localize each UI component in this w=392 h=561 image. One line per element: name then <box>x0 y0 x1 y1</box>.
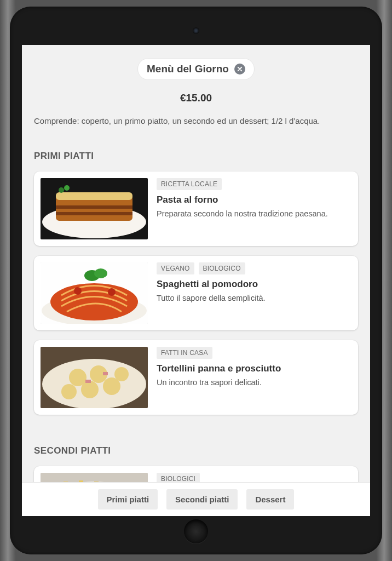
header-chip-row: Menù del Giorno <box>34 58 358 80</box>
tags-row: FATTI IN CASA <box>157 347 349 359</box>
dish-card[interactable]: FATTI IN CASA Tortellini panna e prosciu… <box>34 340 358 415</box>
dish-title: Spaghetti al pomodoro <box>157 279 349 290</box>
nav-primi[interactable]: Primi piatti <box>98 489 158 510</box>
svg-point-21 <box>61 384 77 399</box>
svg-point-13 <box>74 287 82 295</box>
dish-image <box>41 178 148 239</box>
dish-card[interactable]: VEGANO BIOLOGICO Spaghetti al pomodoro T… <box>34 256 358 330</box>
tags-row: RICETTA LOCALE <box>157 178 349 190</box>
scroll-content[interactable]: Menù del Giorno €15.00 Comprende: copert… <box>22 45 370 516</box>
svg-rect-4 <box>56 205 132 209</box>
dish-tag: RICETTA LOCALE <box>157 178 222 190</box>
dish-body: VEGANO BIOLOGICO Spaghetti al pomodoro T… <box>157 262 349 324</box>
section-title-secondi: SECONDI PIATTI <box>34 445 358 456</box>
svg-rect-3 <box>56 192 132 200</box>
dish-card[interactable]: RICETTA LOCALE Pasta al forno Preparata … <box>34 171 358 246</box>
bottom-nav: Primi piatti Secondi piatti Dessert <box>22 482 370 516</box>
svg-point-19 <box>81 381 99 398</box>
svg-point-6 <box>59 187 64 193</box>
svg-rect-5 <box>56 212 132 215</box>
dish-body: RICETTA LOCALE Pasta al forno Preparata … <box>157 178 349 239</box>
svg-point-7 <box>64 185 70 191</box>
svg-point-22 <box>114 367 129 381</box>
nav-secondi[interactable]: Secondi piatti <box>166 489 238 510</box>
dish-desc: Un incontro tra sapori delicati. <box>157 377 349 388</box>
dish-tag: BIOLOGICO <box>199 262 245 274</box>
close-icon[interactable] <box>234 64 245 75</box>
dish-image <box>41 347 148 408</box>
screen: Menù del Giorno €15.00 Comprende: copert… <box>22 45 370 516</box>
dish-title: Pasta al forno <box>157 194 349 205</box>
menu-chip-label: Menù del Giorno <box>147 63 229 75</box>
home-button[interactable] <box>184 519 208 543</box>
svg-point-14 <box>108 288 116 296</box>
svg-point-12 <box>94 268 107 278</box>
svg-rect-24 <box>103 372 108 375</box>
dish-desc: Preparata secondo la nostra tradizione p… <box>157 209 349 220</box>
svg-point-10 <box>50 283 138 320</box>
tablet-frame: Menù del Giorno €15.00 Comprende: copert… <box>10 7 382 554</box>
nav-dessert[interactable]: Dessert <box>246 489 294 510</box>
dish-title: Tortellini panna e prosciutto <box>157 363 349 374</box>
dish-tag: VEGANO <box>157 262 194 274</box>
dish-image <box>41 262 148 324</box>
dish-desc: Tutto il sapore della semplicità. <box>157 293 349 304</box>
dish-body: FATTI IN CASA Tortellini panna e prosciu… <box>157 347 349 408</box>
svg-rect-23 <box>85 380 91 383</box>
menu-subtitle: Comprende: coperto, un primo piatto, un … <box>34 116 358 125</box>
price-label: €15.00 <box>34 92 358 104</box>
menu-chip[interactable]: Menù del Giorno <box>137 58 255 80</box>
tags-row: VEGANO BIOLOGICO <box>157 262 349 274</box>
section-title-primi: PRIMI PIATTI <box>34 151 358 162</box>
dish-tag: FATTI IN CASA <box>157 347 212 359</box>
camera-dot <box>193 27 199 34</box>
